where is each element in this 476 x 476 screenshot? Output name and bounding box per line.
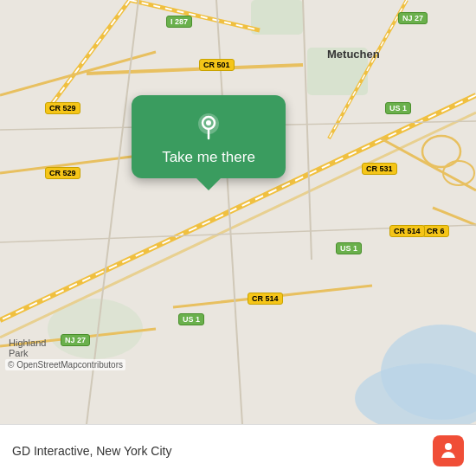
- moovit-logo: [426, 435, 464, 466]
- map-attribution: © OpenStreetMapcontributors: [5, 359, 125, 370]
- road-badge-cr514: CR 514: [389, 225, 425, 237]
- svg-line-12: [0, 52, 156, 95]
- road-badge-cr531: CR 531: [362, 163, 397, 175]
- svg-line-23: [303, 0, 312, 260]
- road-badge-us1-bot: US 1: [178, 313, 204, 325]
- svg-point-31: [445, 443, 452, 450]
- svg-point-26: [422, 136, 460, 167]
- road-badge-i287: I 287: [166, 16, 192, 28]
- road-badge-us1-top: US 1: [385, 102, 411, 114]
- location-text: GD Interactive, New York City: [12, 444, 171, 458]
- svg-line-18: [433, 208, 476, 225]
- moovit-brand-icon: [438, 441, 459, 461]
- road-badge-cr514-bot: CR 514: [248, 293, 283, 305]
- take-me-there-label: Take me there: [162, 149, 255, 166]
- road-badge-nj27-bot: NJ 27: [61, 334, 90, 346]
- bottom-bar: GD Interactive, New York City: [0, 424, 476, 476]
- svg-point-1: [355, 363, 476, 424]
- svg-point-30: [206, 120, 211, 125]
- road-badge-cr514-right: CR 6: [422, 225, 449, 237]
- map-container: I 287 NJ 27 CR 501 CR 529 CR 529 US 1 CR…: [0, 0, 476, 424]
- road-badge-cr529-2: CR 529: [45, 167, 80, 179]
- map-tooltip[interactable]: Take me there: [132, 95, 286, 178]
- moovit-icon: [433, 435, 464, 466]
- location-pin-icon: [193, 111, 224, 142]
- city-label-metuchen: Metuchen: [327, 48, 380, 61]
- svg-line-11: [87, 65, 303, 74]
- road-badge-cr529-1: CR 529: [45, 102, 80, 114]
- area-label-highland-park: HighlandPark: [9, 338, 46, 358]
- road-badge-cr501: CR 501: [199, 59, 235, 71]
- road-badge-nj27-top: NJ 27: [398, 12, 428, 24]
- road-badge-us1-mid: US 1: [336, 242, 362, 254]
